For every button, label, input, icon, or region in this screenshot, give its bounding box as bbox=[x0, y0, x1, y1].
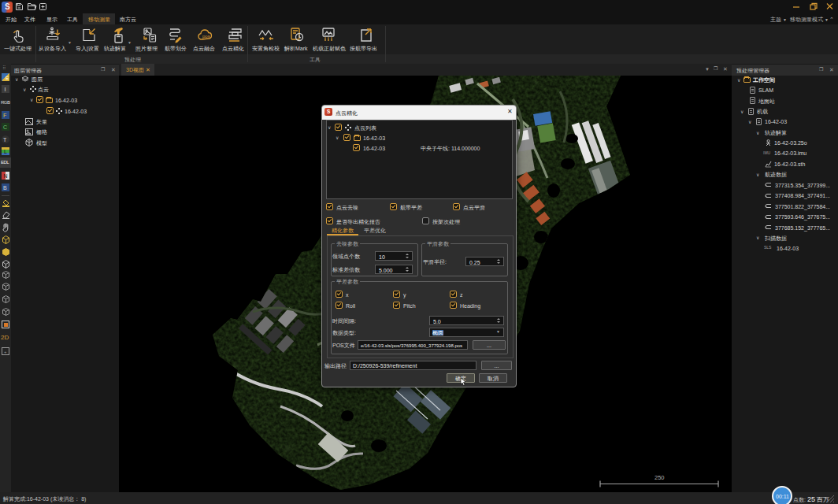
svg-text:pos: pos bbox=[202, 34, 210, 39]
svg-text:250: 250 bbox=[654, 474, 665, 481]
